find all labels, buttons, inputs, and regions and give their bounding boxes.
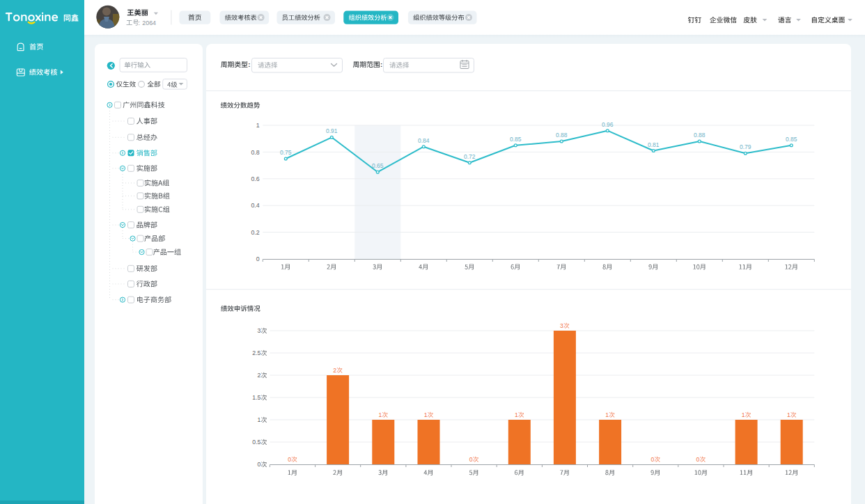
svg-text::: :: [248, 61, 250, 68]
svg-text:0: 0: [258, 461, 261, 468]
svg-text:0.81: 0.81: [648, 141, 660, 148]
svg-text:0.65: 0.65: [372, 162, 384, 169]
svg-text:1: 1: [379, 411, 382, 418]
svg-text:1: 1: [424, 411, 428, 418]
svg-text:0.88: 0.88: [694, 132, 706, 139]
svg-text::: :: [138, 19, 140, 26]
svg-text:0.5: 0.5: [252, 439, 260, 446]
svg-text:1: 1: [787, 411, 790, 418]
svg-text:1.5: 1.5: [252, 394, 260, 401]
svg-text:0.8: 0.8: [251, 149, 259, 156]
svg-text:0: 0: [651, 456, 655, 463]
svg-text:0: 0: [469, 456, 473, 463]
svg-text:1: 1: [742, 411, 745, 418]
svg-text:0.91: 0.91: [326, 127, 338, 134]
svg-text:0: 0: [256, 255, 260, 262]
svg-text:0.88: 0.88: [556, 132, 568, 139]
svg-text:1: 1: [605, 411, 609, 418]
svg-text:2: 2: [258, 372, 261, 379]
svg-text:0: 0: [696, 456, 700, 463]
svg-text:3: 3: [258, 327, 261, 334]
svg-text:0.75: 0.75: [280, 149, 292, 156]
svg-text:2064: 2064: [142, 19, 156, 26]
svg-text:0.85: 0.85: [786, 136, 797, 143]
svg-text:0.6: 0.6: [251, 175, 259, 182]
svg-text:0.72: 0.72: [464, 153, 476, 160]
svg-text:2: 2: [333, 367, 336, 374]
svg-text:0: 0: [288, 456, 291, 463]
svg-text:0.2: 0.2: [251, 229, 259, 236]
svg-text:0.85: 0.85: [510, 136, 522, 143]
svg-text:0.84: 0.84: [418, 137, 430, 144]
svg-text:1: 1: [258, 416, 261, 423]
svg-text:0.79: 0.79: [740, 143, 751, 150]
svg-text:1: 1: [256, 122, 260, 129]
svg-text:0.4: 0.4: [251, 202, 259, 209]
svg-text::: :: [380, 61, 382, 68]
svg-text:2.5: 2.5: [252, 349, 260, 356]
svg-text:0.96: 0.96: [602, 121, 614, 128]
svg-text:3: 3: [560, 322, 563, 329]
svg-text:1: 1: [515, 411, 518, 418]
